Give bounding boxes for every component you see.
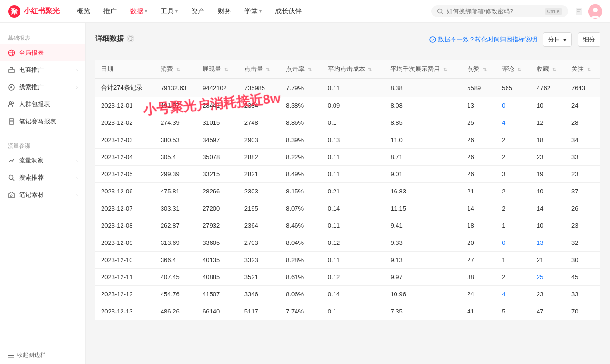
- sidebar-item-clue[interactable]: 线索推广 ›: [0, 79, 85, 96]
- table-row: 2023-12-10 366.4 40135 3323 8.28% 0.11 9…: [95, 252, 600, 269]
- row-impressions: 40135: [197, 252, 239, 269]
- row-ctr: 8.61%: [280, 269, 322, 286]
- row-comments: 2: [496, 131, 531, 149]
- col-likes[interactable]: 点赞 ⇅: [461, 60, 496, 79]
- col-clicks[interactable]: 点击量 ⇅: [239, 60, 281, 79]
- nav-partner[interactable]: 成长伙伴: [269, 4, 307, 19]
- col-spend[interactable]: 消费 ⇅: [155, 60, 197, 79]
- row-impressions: 28266: [197, 183, 239, 200]
- row-date[interactable]: 2023-12-06: [95, 183, 155, 200]
- sort-icon: ⇅: [266, 67, 270, 72]
- row-spend: 380.53: [155, 131, 197, 149]
- row-impressions: 35078: [197, 149, 239, 166]
- logo-text: 小红书聚光: [24, 7, 60, 16]
- nav-finance[interactable]: 财务: [212, 4, 237, 19]
- row-date[interactable]: 2023-12-08: [95, 217, 155, 234]
- col-comments[interactable]: 评论 ⇅: [496, 60, 531, 79]
- group-icon: [8, 101, 15, 108]
- sidebar-item-crowd[interactable]: 人群包报表: [0, 96, 85, 113]
- sidebar-item-ecommerce[interactable]: 电商推广 ›: [0, 61, 85, 79]
- search-input[interactable]: [447, 8, 542, 15]
- row-comments: 2: [496, 200, 531, 217]
- row-cpm: 11.0: [385, 131, 461, 149]
- chevron-right-icon: ›: [76, 68, 78, 73]
- sort-icon: ⇅: [368, 67, 372, 72]
- row-ctr: 8.46%: [280, 217, 322, 234]
- col-follows[interactable]: 关注 ⇅: [566, 60, 600, 79]
- svg-rect-24: [8, 354, 14, 354]
- nav-overview[interactable]: 概览: [71, 4, 96, 19]
- chevron-down-icon: ▾: [563, 36, 567, 43]
- row-date[interactable]: 2023-12-09: [95, 234, 155, 252]
- col-ctr[interactable]: 点击率 ⇅: [280, 60, 322, 79]
- row-clicks: 3521: [239, 269, 281, 286]
- sidebar-item-note-race[interactable]: 笔记赛马报表: [0, 113, 85, 130]
- nav-tools[interactable]: 工具 ▾: [155, 4, 183, 19]
- row-comments: 1: [496, 252, 531, 269]
- nav-promote[interactable]: 推广: [98, 4, 122, 19]
- summary-clicks: 735985: [239, 79, 281, 97]
- col-cpc[interactable]: 平均点击成本 ⇅: [322, 60, 385, 79]
- row-impressions: 28441: [197, 97, 239, 114]
- svg-rect-26: [8, 357, 14, 358]
- row-date[interactable]: 2023-12-10: [95, 252, 155, 269]
- col-saves[interactable]: 收藏 ⇅: [531, 60, 566, 79]
- row-date[interactable]: 2023-12-03: [95, 131, 155, 149]
- col-impressions[interactable]: 展现量 ⇅: [197, 60, 239, 79]
- row-date[interactable]: 2023-12-02: [95, 114, 155, 131]
- nav-data[interactable]: 数据 ▾: [124, 4, 153, 19]
- nav-academy[interactable]: 学堂 ▾: [239, 4, 267, 19]
- row-date[interactable]: 2023-12-11: [95, 269, 155, 286]
- row-comments: 2: [496, 149, 531, 166]
- row-date[interactable]: 2023-12-04: [95, 149, 155, 166]
- table-row: 2023-12-04 305.4 35078 2882 8.22% 0.11 8…: [95, 149, 600, 166]
- row-cpm: 8.85: [385, 114, 461, 131]
- sidebar-section-basic: 基础报表: [0, 30, 85, 44]
- row-impressions: 31015: [197, 114, 239, 131]
- row-likes: 26: [461, 166, 496, 183]
- avatar[interactable]: [588, 4, 602, 19]
- row-saves: 13: [531, 234, 566, 252]
- sidebar-divider: [0, 134, 85, 134]
- row-saves: 23: [531, 149, 566, 166]
- data-inconsist-link[interactable]: ? 数据不一致？转化时间归因指标说明: [429, 35, 537, 44]
- row-impressions: 27932: [197, 217, 239, 234]
- row-date[interactable]: 2023-12-05: [95, 166, 155, 183]
- sidebar-item-label: 电商推广: [19, 66, 72, 74]
- sidebar-item-search-recommend[interactable]: 搜索推荐 ›: [0, 169, 85, 186]
- nav-assets[interactable]: 资产: [185, 4, 210, 19]
- row-date[interactable]: 2023-12-01: [95, 97, 155, 114]
- row-follows: 23: [566, 166, 600, 183]
- clue-icon: [8, 83, 15, 91]
- note-icon: [8, 118, 15, 125]
- search-icon: [8, 174, 15, 182]
- sidebar-item-note-material[interactable]: 笔记素材 ›: [0, 186, 85, 203]
- col-cpm[interactable]: 平均千次展示费用 ⇅: [385, 60, 461, 79]
- info-icon[interactable]: ⓘ: [127, 35, 134, 42]
- row-cpm: 8.71: [385, 149, 461, 166]
- sidebar-item-label: 搜索推荐: [19, 173, 72, 182]
- row-spend: 262.87: [155, 217, 197, 234]
- row-cpc: 0.1: [322, 114, 385, 131]
- row-date[interactable]: 2023-12-07: [95, 200, 155, 217]
- sidebar-item-traffic-insight[interactable]: 流量洞察 ›: [0, 152, 85, 169]
- logo[interactable]: 聚 小红书聚光: [8, 5, 60, 18]
- col-date[interactable]: 日期: [95, 60, 155, 79]
- sidebar-item-global-report[interactable]: 全局报表: [0, 44, 85, 61]
- data-table: 日期 消费 ⇅ 展现量 ⇅ 点击量 ⇅: [95, 60, 600, 320]
- svg-rect-17: [9, 119, 14, 124]
- search-bar[interactable]: Ctrl K: [431, 5, 569, 17]
- detail-button[interactable]: 细分: [578, 32, 600, 47]
- row-date[interactable]: 2023-12-12: [95, 286, 155, 303]
- notification-icon[interactable]: [574, 6, 584, 17]
- row-date[interactable]: 2023-12-13: [95, 303, 155, 320]
- row-clicks: 2195: [239, 200, 281, 217]
- row-cpc: 0.11: [322, 252, 385, 269]
- svg-rect-6: [577, 11, 580, 12]
- row-ctr: 8.38%: [280, 97, 322, 114]
- granularity-select[interactable]: 分日 ▾: [543, 32, 572, 47]
- svg-line-3: [441, 12, 443, 14]
- summary-saves: 4762: [531, 79, 566, 97]
- sidebar-collapse-button[interactable]: 收起侧边栏: [0, 346, 86, 364]
- nav-icons: [574, 4, 602, 19]
